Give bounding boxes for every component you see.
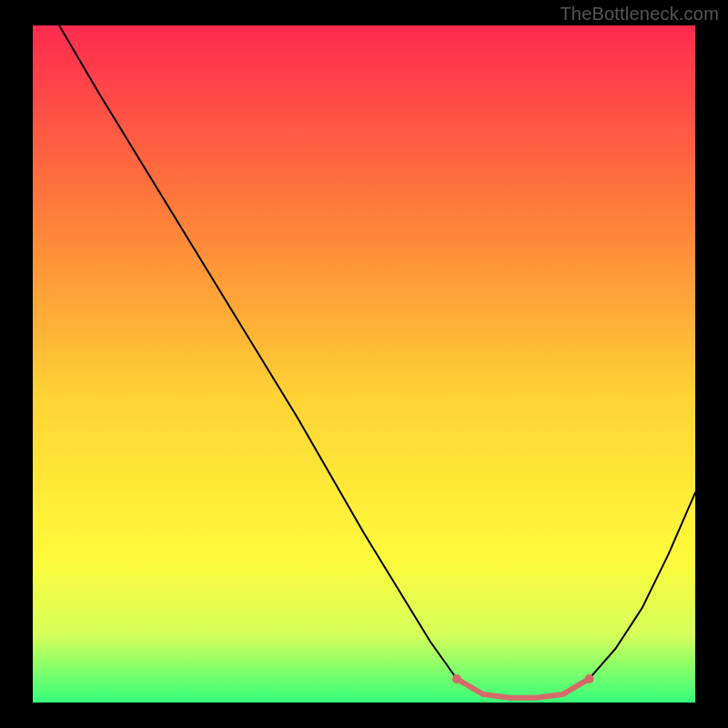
optimal-range-end-dot bbox=[585, 674, 594, 683]
plot-area bbox=[33, 25, 695, 703]
chart-frame: TheBottleneck.com bbox=[0, 0, 728, 728]
gradient-background bbox=[33, 25, 695, 703]
watermark-text: TheBottleneck.com bbox=[560, 4, 719, 25]
chart-svg bbox=[33, 25, 695, 703]
optimal-range-start-dot bbox=[452, 674, 461, 683]
